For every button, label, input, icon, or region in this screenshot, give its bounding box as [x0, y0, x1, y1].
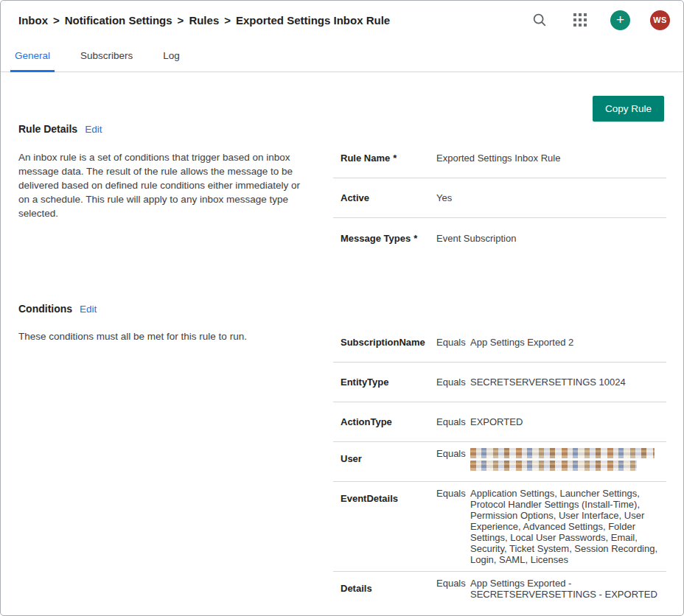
tab-log[interactable]: Log: [158, 39, 184, 71]
app-window: Inbox>Notification Settings>Rules>Export…: [0, 0, 684, 616]
condition-operator: Equals: [436, 578, 470, 589]
condition-value: App Settings Exported - SECRETSERVERSETT…: [470, 578, 666, 600]
search-icon[interactable]: [529, 10, 550, 30]
field-row-message-types: Message Types* Event Subscription: [333, 218, 666, 258]
condition-value: EXPORTED: [470, 416, 666, 427]
conditions-rows: SubscriptionName Equals App Settings Exp…: [333, 323, 666, 612]
required-marker: *: [393, 153, 397, 164]
breadcrumb-item-inbox[interactable]: Inbox: [18, 14, 48, 27]
apps-grid-icon[interactable]: [570, 10, 590, 30]
condition-operator: Equals: [436, 337, 470, 348]
field-label: Active: [341, 192, 436, 203]
conditions-title: Conditions: [18, 303, 72, 315]
add-button[interactable]: +: [610, 10, 630, 30]
rule-details-description: An inbox rule is a set of conditions tha…: [18, 150, 310, 220]
condition-field: ActionType: [341, 416, 436, 427]
condition-row-subscriptionname: SubscriptionName Equals App Settings Exp…: [333, 323, 666, 363]
condition-field: SubscriptionName: [341, 337, 436, 348]
condition-operator: Equals: [436, 377, 470, 388]
rule-details-title: Rule Details: [18, 123, 77, 135]
tab-subscribers[interactable]: Subscribers: [76, 39, 137, 71]
breadcrumb-separator: >: [224, 14, 231, 27]
copy-rule-button[interactable]: Copy Rule: [593, 96, 664, 122]
condition-field: EventDetails: [341, 488, 436, 504]
field-value: Yes: [436, 192, 666, 204]
top-header: Inbox>Notification Settings>Rules>Export…: [1, 1, 683, 39]
redacted-pixelated-text: [470, 461, 637, 471]
condition-row-entitytype: EntityType Equals SECRETSERVERSETTINGS 1…: [333, 363, 666, 402]
field-row-rule-name: Rule Name* Exported Settings Inbox Rule: [333, 139, 666, 178]
field-label: Message Types*: [341, 233, 436, 244]
condition-row-user: User Equals: [333, 442, 666, 482]
condition-operator: Equals: [436, 416, 470, 427]
redacted-pixelated-text: [470, 448, 655, 458]
field-label: Rule Name*: [341, 153, 436, 164]
breadcrumb-separator: >: [53, 14, 60, 27]
condition-row-actiontype: ActionType Equals EXPORTED: [333, 402, 666, 442]
breadcrumb-item-rules[interactable]: Rules: [189, 14, 219, 27]
condition-field: User: [341, 448, 436, 464]
condition-operator: Equals: [436, 488, 470, 499]
condition-field: Details: [341, 578, 436, 594]
rule-details-fields: Rule Name* Exported Settings Inbox Rule …: [333, 139, 666, 258]
conditions-description: These conditions must all be met for thi…: [18, 329, 310, 343]
breadcrumb-separator: >: [178, 14, 184, 27]
condition-value-redacted: [470, 448, 666, 471]
tab-general[interactable]: General: [10, 39, 55, 71]
breadcrumb-item-current-rule: Exported Settings Inbox Rule: [236, 14, 390, 27]
breadcrumb-item-notification-settings[interactable]: Notification Settings: [65, 14, 172, 27]
breadcrumb: Inbox>Notification Settings>Rules>Export…: [18, 14, 390, 27]
condition-value: App Settings Exported 2: [470, 337, 666, 348]
page-content: Copy Rule Rule Details Edit An inbox rul…: [1, 72, 683, 616]
condition-field: EntityType: [341, 377, 436, 388]
user-avatar[interactable]: WS: [650, 10, 670, 30]
condition-operator: Equals: [436, 448, 470, 459]
field-row-active: Active Yes: [333, 178, 666, 218]
field-value: Exported Settings Inbox Rule: [436, 152, 666, 164]
rule-details-edit-link[interactable]: Edit: [85, 124, 102, 135]
required-marker: *: [413, 233, 417, 244]
header-actions: + WS: [529, 10, 670, 30]
conditions-section-header: Conditions Edit: [18, 303, 310, 315]
right-column: Rule Name* Exported Settings Inbox Rule …: [333, 72, 666, 616]
condition-value: Application Settings, Launcher Settings,…: [470, 488, 666, 565]
condition-value: SECRETSERVERSETTINGS 10024: [470, 377, 666, 388]
tab-bar: General Subscribers Log: [1, 39, 683, 72]
condition-row-eventdetails: EventDetails Equals Application Settings…: [333, 482, 666, 572]
rule-details-section-header: Rule Details Edit: [18, 123, 310, 135]
field-value: Event Subscription: [436, 232, 666, 245]
left-column: Rule Details Edit An inbox rule is a set…: [1, 72, 316, 616]
conditions-edit-link[interactable]: Edit: [80, 304, 97, 315]
condition-row-details: Details Equals App Settings Exported - S…: [333, 572, 666, 612]
